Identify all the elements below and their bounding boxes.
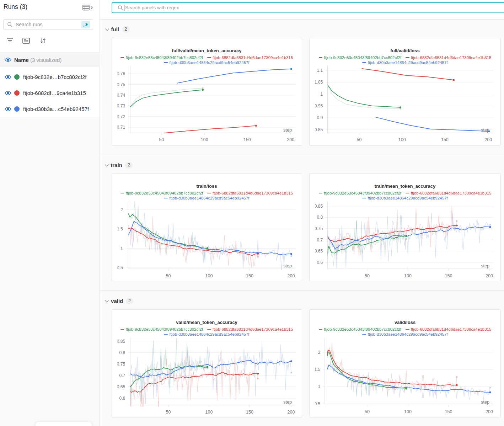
svg-text:200: 200 [287,410,295,415]
svg-text:150: 150 [246,273,253,278]
svg-text:100: 100 [404,409,412,414]
svg-text:200: 200 [287,273,295,278]
svg-text:100: 100 [205,410,213,415]
svg-text:0.75: 0.75 [315,226,323,231]
svg-text:0.6: 0.6 [317,260,323,265]
svg-text:step: step [283,128,292,133]
svg-text:0.73: 0.73 [117,103,125,108]
svg-text:0.5: 0.5 [117,265,123,270]
svg-text:0.8: 0.8 [317,215,323,220]
svg-text:0.71: 0.71 [117,125,125,130]
svg-text:200: 200 [287,137,294,142]
svg-text:50: 50 [166,273,171,278]
svg-text:100: 100 [398,137,406,142]
svg-text:1.1: 1.1 [317,68,323,73]
svg-text:200: 200 [486,273,493,278]
svg-text:0.85: 0.85 [315,204,323,209]
svg-text:50: 50 [357,137,362,142]
svg-text:0.75: 0.75 [117,82,125,87]
svg-text:2: 2 [318,350,321,355]
svg-text:0.9: 0.9 [317,115,323,120]
svg-text:50: 50 [166,410,171,415]
svg-text:0.6: 0.6 [119,396,125,401]
svg-text:50: 50 [365,409,370,414]
svg-text:200: 200 [486,409,493,414]
svg-text:0.85: 0.85 [315,127,323,132]
svg-text:step: step [481,400,489,405]
svg-text:0.75: 0.75 [117,362,125,367]
svg-text:0.76: 0.76 [117,71,125,76]
svg-text:100: 100 [404,273,412,278]
svg-text:150: 150 [246,410,253,415]
svg-text:1: 1 [321,92,323,97]
svg-text:1.05: 1.05 [315,80,323,85]
svg-text:150: 150 [445,273,452,278]
svg-text:step: step [283,400,292,405]
svg-text:step: step [481,263,489,268]
svg-text:0.5: 0.5 [315,401,321,406]
svg-text:50: 50 [365,273,370,278]
svg-text:0.72: 0.72 [117,114,125,119]
svg-text:0.65: 0.65 [117,384,125,389]
svg-text:0.7: 0.7 [317,238,323,243]
svg-text:1: 1 [318,384,321,389]
svg-text:0.65: 0.65 [315,249,323,254]
svg-text:1.5: 1.5 [117,227,123,231]
svg-text:1.5: 1.5 [315,367,321,372]
svg-text:0.7: 0.7 [119,373,125,378]
svg-text:2: 2 [120,207,123,212]
svg-text:0.74: 0.74 [117,93,125,98]
svg-text:0.8: 0.8 [119,350,125,355]
svg-text:step: step [283,263,292,268]
svg-text:150: 150 [441,137,449,142]
svg-text:0.85: 0.85 [117,339,125,344]
svg-text:200: 200 [484,137,492,142]
svg-text:150: 150 [445,409,452,414]
svg-text:50: 50 [159,137,164,142]
svg-text:0.95: 0.95 [315,103,323,108]
svg-text:100: 100 [200,137,208,142]
svg-text:100: 100 [205,273,213,278]
svg-text:150: 150 [243,137,251,142]
svg-text:1: 1 [120,246,123,251]
